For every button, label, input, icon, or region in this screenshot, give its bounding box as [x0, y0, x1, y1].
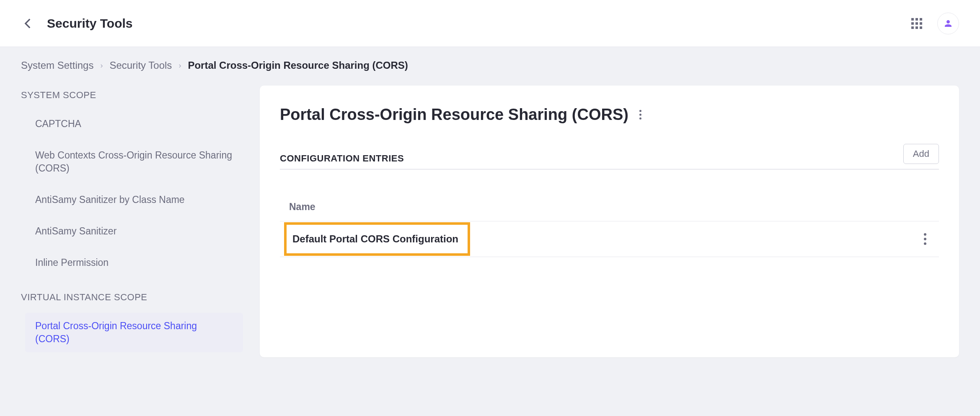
sidebar-item-label: Web Contexts Cross-Origin Resource Shari…	[35, 150, 232, 174]
sidebar: SYSTEM SCOPE CAPTCHA Web Contexts Cross-…	[21, 86, 243, 357]
sidebar-item-label: Inline Permission	[35, 257, 109, 268]
kebab-menu-icon	[639, 110, 641, 112]
panel-header: Portal Cross-Origin Resource Sharing (CO…	[280, 106, 939, 124]
chevron-right-icon: ›	[178, 61, 181, 70]
breadcrumb-link-security-tools[interactable]: Security Tools	[109, 60, 172, 71]
kebab-menu-icon	[924, 233, 926, 236]
back-button[interactable]	[21, 17, 34, 30]
add-button[interactable]: Add	[903, 144, 939, 164]
row-name-highlighted[interactable]: Default Portal CORS Configuration	[284, 222, 470, 256]
top-header: Security Tools	[0, 0, 980, 47]
table-row[interactable]: Default Portal CORS Configuration	[280, 221, 939, 257]
user-avatar[interactable]	[937, 13, 959, 34]
table-header-row: Name	[280, 193, 939, 221]
breadcrumb-current: Portal Cross-Origin Resource Sharing (CO…	[188, 60, 408, 71]
breadcrumb-link-system-settings[interactable]: System Settings	[21, 60, 93, 71]
sidebar-item-captcha[interactable]: CAPTCHA	[25, 111, 243, 137]
breadcrumb: System Settings › Security Tools › Porta…	[21, 60, 959, 71]
chevron-left-icon	[24, 18, 31, 29]
header-left: Security Tools	[21, 16, 133, 31]
apps-grid-icon[interactable]	[911, 18, 922, 29]
panel-title: Portal Cross-Origin Resource Sharing (CO…	[280, 106, 628, 124]
sidebar-item-inline-permission[interactable]: Inline Permission	[25, 250, 243, 276]
sidebar-item-antisamy-class-name[interactable]: AntiSamy Sanitizer by Class Name	[25, 187, 243, 213]
user-icon	[943, 18, 953, 29]
sidebar-section-header: VIRTUAL INSTANCE SCOPE	[21, 281, 243, 313]
chevron-right-icon: ›	[100, 61, 103, 70]
content-wrapper: System Settings › Security Tools › Porta…	[0, 47, 980, 370]
sidebar-item-antisamy-sanitizer[interactable]: AntiSamy Sanitizer	[25, 218, 243, 244]
row-menu-button[interactable]	[921, 230, 930, 248]
sidebar-item-label: CAPTCHA	[35, 118, 81, 129]
sidebar-item-portal-cors[interactable]: Portal Cross-Origin Resource Sharing (CO…	[25, 313, 243, 352]
main-panel: Portal Cross-Origin Resource Sharing (CO…	[260, 86, 959, 357]
section-heading-row: CONFIGURATION ENTRIES Add	[280, 144, 939, 169]
body-layout: SYSTEM SCOPE CAPTCHA Web Contexts Cross-…	[21, 86, 959, 357]
sidebar-item-web-contexts-cors[interactable]: Web Contexts Cross-Origin Resource Shari…	[25, 142, 243, 182]
page-title: Security Tools	[47, 16, 133, 31]
config-table: Name Default Portal CORS Configuration	[280, 193, 939, 257]
sidebar-item-label: Portal Cross-Origin Resource Sharing (CO…	[35, 320, 197, 344]
header-right	[911, 13, 959, 34]
sidebar-item-label: AntiSamy Sanitizer by Class Name	[35, 194, 185, 205]
table-column-name: Name	[280, 201, 939, 213]
sidebar-item-label: AntiSamy Sanitizer	[35, 226, 116, 237]
section-heading: CONFIGURATION ENTRIES	[280, 153, 404, 164]
panel-menu-button[interactable]	[637, 107, 644, 122]
sidebar-section-header: SYSTEM SCOPE	[21, 86, 243, 111]
